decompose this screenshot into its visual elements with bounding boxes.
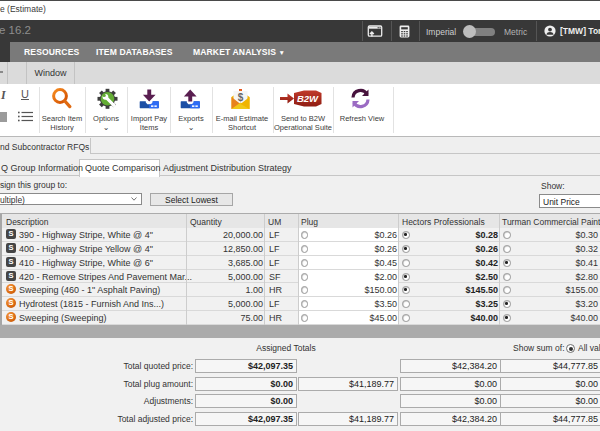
- svg-text:B2W: B2W: [297, 93, 319, 104]
- svg-text:$: $: [238, 92, 244, 103]
